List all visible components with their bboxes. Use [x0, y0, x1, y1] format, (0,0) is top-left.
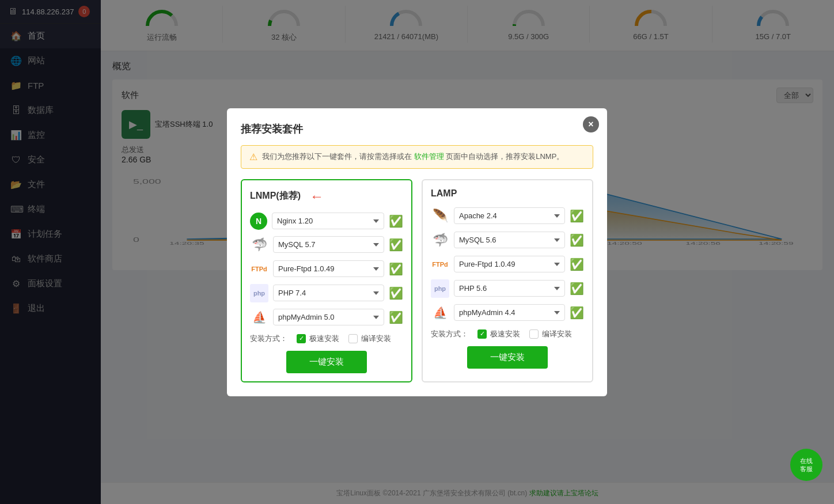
modal-title: 推荐安装套件 — [241, 122, 593, 136]
lnmp-fast-install[interactable]: ✓ 极速安装 — [297, 334, 339, 344]
recommend-arrow-icon: ← — [310, 188, 324, 204]
lnmp-ftp-row: FTPd Pure-Ftpd 1.0.49 ✅ — [250, 260, 403, 278]
online-service-label: 在线客服 — [800, 457, 813, 473]
lamp-ftp-icon: FTPd — [431, 255, 449, 274]
lnmp-mysql-select[interactable]: MySQL 5.7 — [273, 236, 384, 253]
lamp-title: LAMP — [431, 188, 584, 199]
lamp-install-mode: 安装方式： ✓ 极速安装 编译安装 — [431, 329, 584, 339]
lamp-ftp-select[interactable]: Pure-Ftpd 1.0.49 — [454, 256, 565, 272]
modal: 推荐安装套件 × ⚠ 我们为您推荐以下一键套件，请按需选择或在 软件管理 页面中… — [227, 108, 607, 396]
lamp-compile-label: 编译安装 — [542, 329, 572, 339]
lamp-install-button[interactable]: 一键安装 — [467, 346, 548, 369]
lamp-phpmyadmin-icon: ⛵ — [431, 304, 449, 322]
lamp-ftp-check-icon: ✅ — [570, 257, 584, 271]
package-columns: LNMP(推荐) ← N Nginx 1.20 ✅ 🦈 MySQL 5.7 — [241, 179, 593, 382]
lamp-install-mode-label: 安装方式： — [431, 329, 468, 339]
lnmp-mysql-row: 🦈 MySQL 5.7 ✅ — [250, 236, 403, 254]
lamp-mysql-icon: 🦈 — [431, 231, 449, 249]
lamp-mysql-row: 🦈 MySQL 5.6 ✅ — [431, 231, 584, 249]
lnmp-fast-checkbox: ✓ — [297, 334, 306, 343]
lamp-ftp-row: FTPd Pure-Ftpd 1.0.49 ✅ — [431, 255, 584, 274]
lamp-apache-row: 🪶 Apache 2.4 ✅ — [431, 207, 584, 225]
php-check-icon: ✅ — [389, 286, 403, 300]
apache-icon: 🪶 — [431, 207, 449, 225]
lamp-php-select[interactable]: PHP 5.6 — [454, 280, 565, 297]
alert-text: 我们为您推荐以下一键套件，请按需选择或在 软件管理 页面中自动选择，推荐安装LN… — [262, 151, 564, 162]
lamp-column: LAMP 🪶 Apache 2.4 ✅ 🦈 MySQL 5.6 ✅ — [422, 179, 593, 382]
phpmyadmin-check-icon: ✅ — [389, 310, 403, 324]
apache-check-icon: ✅ — [570, 209, 584, 223]
software-mgmt-link[interactable]: 软件管理 — [414, 152, 444, 161]
mysql-check-icon: ✅ — [389, 238, 403, 252]
lamp-php-check-icon: ✅ — [570, 282, 584, 295]
lnmp-phpmyadmin-row: ⛵ phpMyAdmin 5.0 ✅ — [250, 308, 403, 327]
warning-icon: ⚠ — [249, 151, 257, 162]
install-mode-label: 安装方式： — [250, 334, 287, 344]
lamp-phpmyadmin-select[interactable]: phpMyAdmin 4.4 — [454, 304, 565, 321]
lamp-fast-install[interactable]: ✓ 极速安装 — [477, 329, 520, 339]
alert-banner: ⚠ 我们为您推荐以下一键套件，请按需选择或在 软件管理 页面中自动选择，推荐安装… — [241, 145, 593, 169]
lnmp-title: LNMP(推荐) ← — [250, 188, 403, 204]
mysql-icon: 🦈 — [250, 236, 268, 254]
lnmp-install-mode: 安装方式： ✓ 极速安装 编译安装 — [250, 334, 403, 344]
modal-close-button[interactable]: × — [583, 116, 599, 132]
lnmp-column: LNMP(推荐) ← N Nginx 1.20 ✅ 🦈 MySQL 5.7 — [241, 179, 412, 382]
ftp-check-icon: ✅ — [389, 262, 403, 276]
ftp-pkg-icon: FTPd — [250, 260, 268, 278]
lamp-mysql-check-icon: ✅ — [570, 233, 584, 247]
lnmp-php-row: php PHP 7.4 ✅ — [250, 284, 403, 302]
phpmyadmin-icon: ⛵ — [250, 308, 268, 327]
nginx-icon: N — [250, 213, 267, 230]
lnmp-php-select[interactable]: PHP 7.4 — [273, 285, 384, 301]
online-service-button[interactable]: 在线客服 — [790, 449, 822, 481]
lamp-apache-select[interactable]: Apache 2.4 — [454, 207, 565, 224]
lnmp-compile-checkbox — [348, 334, 358, 343]
lnmp-phpmyadmin-select[interactable]: phpMyAdmin 5.0 — [273, 309, 384, 325]
lnmp-compile-install[interactable]: 编译安装 — [348, 334, 391, 344]
lnmp-nginx-select[interactable]: Nginx 1.20 — [272, 213, 384, 229]
php-icon: php — [250, 284, 268, 302]
lnmp-install-button[interactable]: 一键安装 — [286, 351, 367, 373]
modal-overlay: 推荐安装套件 × ⚠ 我们为您推荐以下一键套件，请按需选择或在 软件管理 页面中… — [0, 0, 834, 504]
lnmp-compile-label: 编译安装 — [361, 334, 391, 344]
lamp-fast-checkbox: ✓ — [477, 329, 487, 339]
lamp-compile-install[interactable]: 编译安装 — [529, 329, 572, 339]
lnmp-nginx-row: N Nginx 1.20 ✅ — [250, 213, 403, 230]
lamp-fast-label: 极速安装 — [490, 329, 520, 339]
lamp-php-row: php PHP 5.6 ✅ — [431, 279, 584, 298]
lnmp-fast-label: 极速安装 — [309, 334, 339, 344]
nginx-check-icon: ✅ — [389, 214, 403, 228]
lamp-phpmyadmin-row: ⛵ phpMyAdmin 4.4 ✅ — [431, 304, 584, 322]
lnmp-ftp-select[interactable]: Pure-Ftpd 1.0.49 — [273, 260, 384, 277]
lamp-mysql-select[interactable]: MySQL 5.6 — [454, 232, 565, 248]
lamp-compile-checkbox — [529, 329, 539, 339]
lamp-phpmyadmin-check-icon: ✅ — [570, 306, 584, 320]
lamp-php-icon: php — [431, 279, 449, 298]
